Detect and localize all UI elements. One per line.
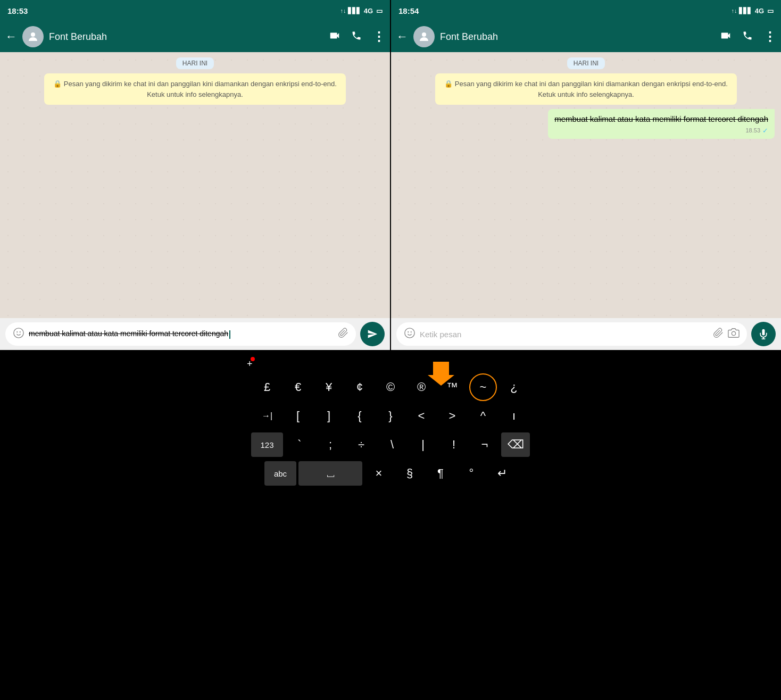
- plus-key[interactable]: +: [247, 359, 253, 370]
- right-check-mark: ✓: [762, 127, 768, 135]
- key-divide[interactable]: ÷: [347, 432, 376, 457]
- right-network: 4G: [755, 7, 764, 15]
- key-less-than[interactable]: <: [407, 404, 436, 428]
- key-space[interactable]: ⎵: [298, 461, 362, 486]
- left-contact-name: Font Berubah: [49, 31, 323, 43]
- left-input-area: membuat kalimat atau kata memiliki forma…: [0, 318, 390, 350]
- left-attach-icon[interactable]: [338, 328, 348, 341]
- key-yen[interactable]: ¥: [314, 375, 343, 399]
- left-emoji-icon[interactable]: [13, 327, 24, 341]
- key-123[interactable]: 123: [251, 432, 283, 457]
- tilde-circle-highlight: ~: [469, 373, 497, 401]
- red-notification-dot: [251, 357, 255, 361]
- key-cent[interactable]: ¢: [345, 375, 374, 399]
- right-input-area: Ketik pesan: [391, 318, 781, 350]
- key-abc[interactable]: abc: [264, 461, 296, 486]
- right-date-badge: HARI INI: [567, 57, 605, 69]
- key-semicolon[interactable]: ;: [316, 432, 345, 457]
- key-caret[interactable]: ^: [469, 404, 497, 428]
- keyboard-row-1: £ € ¥ ¢ © ® ™ ~ ¿: [242, 375, 539, 399]
- key-copyright[interactable]: ©: [376, 375, 405, 399]
- left-message-input[interactable]: membuat kalimat atau kata memiliki forma…: [29, 329, 334, 339]
- keyboard-section: + £ € ¥ ¢ © ® ™ ~ ¿ →|: [0, 350, 781, 700]
- key-greater-than[interactable]: >: [438, 404, 467, 428]
- right-chat-body: HARI INI 🔒 Pesan yang dikirim ke chat in…: [391, 52, 781, 318]
- left-input-box[interactable]: membuat kalimat atau kata memiliki forma…: [5, 322, 356, 346]
- left-status-bar: 18:53 ↑↓ ▋▋▋ 4G ▭: [0, 0, 390, 21]
- key-degree[interactable]: °: [457, 461, 486, 486]
- key-multiply[interactable]: ×: [364, 461, 393, 486]
- key-not[interactable]: ¬: [470, 432, 499, 457]
- svg-point-3: [20, 331, 21, 332]
- svg-point-5: [405, 328, 414, 337]
- keyboard-row-3: 123 ` ; ÷ \ | ! ¬ ⌫: [242, 432, 539, 457]
- key-return[interactable]: ↵: [488, 461, 517, 486]
- key-tilde[interactable]: ~: [469, 375, 497, 399]
- right-header-icons: ⋮: [720, 29, 776, 44]
- right-phone: 18:54 ↑↓ ▋▋▋ 4G ▭ ← Font Berubah ⋮: [391, 0, 781, 350]
- left-chat-header: ← Font Berubah ⋮: [0, 21, 390, 52]
- keyboard-content: + £ € ¥ ¢ © ® ™ ~ ¿ →|: [242, 350, 539, 490]
- svg-point-2: [16, 331, 18, 332]
- right-signal-icon: ↑↓ ▋▋▋: [732, 7, 752, 14]
- right-camera-icon[interactable]: [728, 327, 740, 341]
- left-time: 18:53: [7, 6, 28, 15]
- key-backslash[interactable]: \: [378, 432, 406, 457]
- right-time: 18:54: [398, 6, 419, 15]
- key-dotless-i[interactable]: ı: [500, 404, 528, 428]
- left-header-icons: ⋮: [329, 29, 385, 44]
- left-encryption-notice[interactable]: 🔒 Pesan yang dikirim ke chat ini dan pan…: [44, 73, 346, 105]
- key-bracket-close[interactable]: ]: [314, 404, 343, 428]
- right-emoji-icon[interactable]: [404, 327, 416, 341]
- right-message-placeholder[interactable]: Ketik pesan: [420, 330, 709, 339]
- keyboard-top-row: +: [242, 355, 539, 375]
- key-section[interactable]: §: [395, 461, 424, 486]
- left-back-button[interactable]: ←: [5, 30, 17, 44]
- right-back-button[interactable]: ←: [396, 30, 408, 44]
- right-contact-name: Font Berubah: [440, 31, 714, 43]
- right-call-icon[interactable]: [742, 30, 753, 44]
- right-video-call-icon[interactable]: [720, 30, 732, 44]
- left-send-button[interactable]: [360, 322, 385, 346]
- left-network: 4G: [364, 7, 373, 15]
- left-video-call-icon[interactable]: [329, 30, 340, 44]
- left-call-icon[interactable]: [351, 30, 362, 44]
- key-inverted-question[interactable]: ¿: [500, 375, 528, 399]
- svg-point-0: [31, 32, 35, 37]
- right-encryption-notice[interactable]: 🔒 Pesan yang dikirim ke chat ini dan pan…: [435, 73, 737, 105]
- right-battery-icon: ▭: [767, 7, 774, 15]
- right-mic-button[interactable]: [751, 322, 776, 346]
- svg-point-4: [422, 32, 426, 37]
- keyboard-row-4: abc ⎵ × § ¶ ° ↵: [242, 461, 539, 486]
- left-date-badge: HARI INI: [176, 57, 214, 69]
- key-backspace[interactable]: ⌫: [501, 432, 530, 457]
- key-euro[interactable]: €: [284, 375, 312, 399]
- right-input-box[interactable]: Ketik pesan: [396, 322, 747, 346]
- key-backtick[interactable]: `: [285, 432, 314, 457]
- right-chat-header: ← Font Berubah ⋮: [391, 21, 781, 52]
- left-more-icon[interactable]: ⋮: [372, 29, 385, 44]
- svg-marker-11: [428, 362, 454, 386]
- right-more-icon[interactable]: ⋮: [763, 29, 776, 44]
- orange-arrow-annotation: [425, 356, 457, 390]
- svg-point-1: [14, 328, 23, 337]
- key-pipe[interactable]: |: [409, 432, 437, 457]
- left-chat-body: HARI INI 🔒 Pesan yang dikirim ke chat in…: [0, 52, 390, 318]
- keyboard-row-2: →| [ ] { } < > ^ ı: [242, 404, 539, 428]
- right-status-bar: 18:54 ↑↓ ▋▋▋ 4G ▭: [391, 0, 781, 21]
- left-signal-icon: ↑↓ ▋▋▋: [340, 7, 361, 14]
- key-brace-open[interactable]: {: [345, 404, 374, 428]
- key-exclaim[interactable]: !: [439, 432, 468, 457]
- key-pound[interactable]: £: [253, 375, 281, 399]
- svg-point-8: [732, 331, 735, 335]
- right-message-time: 18.53: [745, 127, 760, 134]
- left-phone: 18:53 ↑↓ ▋▋▋ 4G ▭ ← Font Berubah ⋮: [0, 0, 390, 350]
- svg-point-7: [411, 331, 412, 332]
- key-tab[interactable]: →|: [253, 404, 281, 428]
- key-pilcrow[interactable]: ¶: [426, 461, 455, 486]
- key-brace-close[interactable]: }: [376, 404, 405, 428]
- right-attach-icon[interactable]: [713, 328, 724, 341]
- right-message-text: membuat kalimat atau kata memiliki forma…: [554, 114, 768, 123]
- left-battery-icon: ▭: [376, 7, 383, 15]
- key-bracket-open[interactable]: [: [284, 404, 312, 428]
